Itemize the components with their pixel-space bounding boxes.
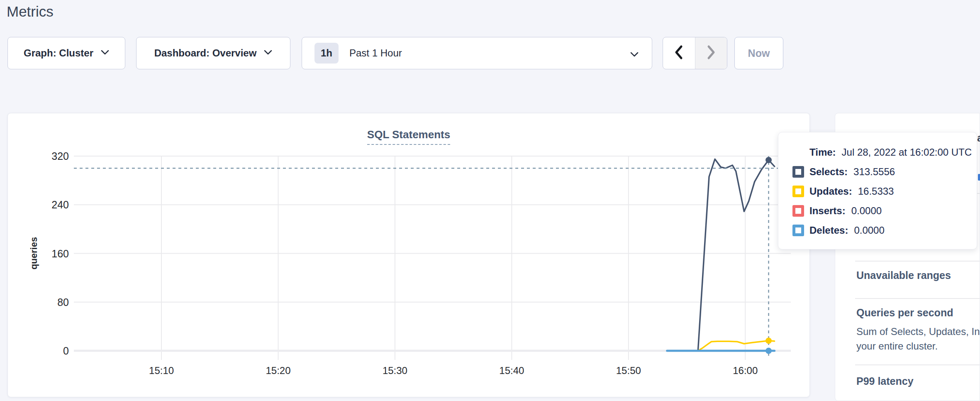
inserts-legend-icon bbox=[792, 205, 804, 217]
chevron-right-icon bbox=[706, 45, 716, 61]
tooltip-series-value: 16.5333 bbox=[858, 186, 894, 197]
chevron-down-icon bbox=[101, 49, 109, 57]
tooltip-series-row: Selects: 313.5556 bbox=[792, 162, 968, 181]
svg-text:240: 240 bbox=[51, 199, 69, 210]
summary-item-description-line2: your entire cluster. bbox=[856, 339, 938, 353]
chevron-down-icon bbox=[630, 51, 639, 59]
tooltip-time-label: Time: bbox=[809, 147, 836, 158]
time-range-picker[interactable]: 1h Past 1 Hour bbox=[302, 37, 652, 69]
summary-item-queries-per-second: Queries per second bbox=[856, 307, 953, 319]
graph-dropdown-label: Graph: Cluster bbox=[24, 47, 93, 59]
page-title: Metrics bbox=[7, 0, 54, 23]
tooltip-series-value: 0.0000 bbox=[851, 205, 882, 217]
tooltip-time-row: Time: Jul 28, 2022 at 16:02:00 UTC bbox=[792, 142, 968, 162]
clipped-link-fragment bbox=[978, 174, 980, 181]
divider bbox=[855, 364, 980, 365]
sql-statements-chart[interactable]: 15:1015:2015:3015:4015:5016:000801602403… bbox=[8, 113, 810, 398]
chevron-down-icon bbox=[264, 49, 272, 57]
time-step-buttons bbox=[663, 37, 727, 69]
selects-legend-icon bbox=[792, 166, 804, 178]
summary-item-description-line1: Sum of Selects, Updates, Inser bbox=[856, 324, 980, 339]
summary-item-unavailable-ranges: Unavailable ranges bbox=[856, 269, 951, 281]
dashboard-dropdown-label: Dashboard: Overview bbox=[154, 47, 257, 59]
time-range-badge: 1h bbox=[314, 43, 339, 64]
now-button[interactable]: Now bbox=[734, 37, 783, 69]
tooltip-time-value: Jul 28, 2022 at 16:02:00 UTC bbox=[842, 147, 972, 158]
svg-text:queries: queries bbox=[29, 237, 39, 269]
divider bbox=[855, 298, 980, 299]
updates-legend-icon bbox=[792, 186, 804, 197]
svg-text:15:30: 15:30 bbox=[383, 365, 407, 376]
svg-text:80: 80 bbox=[57, 296, 69, 308]
graph-dropdown[interactable]: Graph: Cluster bbox=[7, 37, 125, 69]
tooltip-series-row: Inserts: 0.0000 bbox=[792, 201, 968, 220]
chart-hover-tooltip: Time: Jul 28, 2022 at 16:02:00 UTC Selec… bbox=[778, 132, 977, 249]
svg-text:15:50: 15:50 bbox=[616, 365, 641, 376]
tooltip-series-label: Inserts: bbox=[809, 205, 846, 217]
chevron-left-icon bbox=[674, 45, 684, 61]
tooltip-series-value: 313.5556 bbox=[853, 166, 895, 178]
svg-text:15:40: 15:40 bbox=[499, 365, 524, 376]
clipped-text-fragment: a bbox=[977, 132, 980, 144]
svg-text:320: 320 bbox=[51, 150, 69, 162]
previous-time-button[interactable] bbox=[663, 37, 695, 69]
svg-text:0: 0 bbox=[63, 345, 69, 357]
tooltip-series-label: Updates: bbox=[809, 186, 852, 197]
tooltip-series-row: Deletes: 0.0000 bbox=[792, 220, 968, 240]
tooltip-series-value: 0.0000 bbox=[854, 225, 884, 236]
dashboard-dropdown[interactable]: Dashboard: Overview bbox=[136, 37, 290, 69]
svg-text:15:10: 15:10 bbox=[149, 365, 174, 376]
tooltip-series-label: Deletes: bbox=[809, 225, 848, 236]
time-range-label: Past 1 Hour bbox=[349, 47, 402, 59]
svg-text:15:20: 15:20 bbox=[266, 365, 290, 376]
now-button-label: Now bbox=[748, 47, 770, 59]
divider bbox=[855, 261, 980, 262]
svg-text:160: 160 bbox=[51, 248, 69, 259]
deletes-legend-icon bbox=[792, 225, 804, 236]
svg-text:16:00: 16:00 bbox=[733, 365, 758, 376]
tooltip-series-label: Selects: bbox=[809, 166, 848, 178]
sql-statements-chart-card: SQL Statements 15:1015:2015:3015:4015:50… bbox=[7, 113, 810, 397]
summary-item-p99-latency: P99 latency bbox=[856, 375, 914, 387]
next-time-button[interactable] bbox=[695, 37, 727, 69]
tooltip-series-row: Updates: 16.5333 bbox=[792, 181, 968, 201]
